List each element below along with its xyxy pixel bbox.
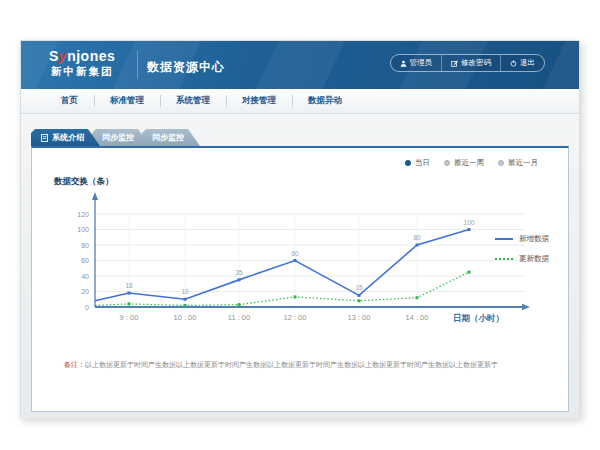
svg-text:11 : 00: 11 : 00 xyxy=(228,313,250,322)
edit-icon xyxy=(451,60,458,67)
tab-label: 系统介绍 xyxy=(52,132,84,143)
time-range-filter: 当日 最近一周 最近一月 xyxy=(405,158,538,168)
tab-sync-monitor-2[interactable]: 同步监控 xyxy=(142,129,200,146)
radio-unselected-icon xyxy=(498,160,504,166)
footnote-prefix: 备注： xyxy=(64,361,85,368)
legend-item-new-data: 新增数据 xyxy=(495,234,549,244)
svg-text:10 : 00: 10 : 00 xyxy=(174,313,197,322)
svg-text:100: 100 xyxy=(77,226,89,233)
brand-logo-wordmark: Synjones xyxy=(49,48,115,64)
nav-item-changes[interactable]: 数据异动 xyxy=(292,89,358,113)
filter-label: 最近一月 xyxy=(508,158,538,168)
svg-text:100: 100 xyxy=(464,219,475,226)
brand-divider xyxy=(137,51,138,79)
logout-button[interactable]: 退出 xyxy=(500,55,544,71)
svg-text:60: 60 xyxy=(291,250,299,257)
radio-selected-icon xyxy=(405,160,411,166)
footnote: 备注：以上数据更新于时间产生数据以上数据更新于时间产生数据以上数据更新于时间产生… xyxy=(64,360,538,370)
dotted-line-icon xyxy=(495,258,513,260)
nav-item-interface[interactable]: 对接管理 xyxy=(226,89,292,113)
filter-last-week[interactable]: 最近一周 xyxy=(444,158,484,168)
line-chart: 0204060801001209 : 0010 : 0011 : 0012 : … xyxy=(52,170,572,328)
logout-label: 退出 xyxy=(520,58,535,68)
svg-text:35: 35 xyxy=(235,269,243,276)
tab-system-intro[interactable]: 系统介绍 xyxy=(31,129,100,146)
filter-label: 当日 xyxy=(415,158,430,168)
filter-last-month[interactable]: 最近一月 xyxy=(498,158,538,168)
svg-text:14 : 00: 14 : 00 xyxy=(406,313,429,322)
solid-line-icon xyxy=(495,238,513,240)
svg-text:10: 10 xyxy=(181,288,189,295)
tab-sync-monitor-1[interactable]: 同步监控 xyxy=(92,129,150,146)
brand-logo-chinese: 新中新集团 xyxy=(49,65,115,79)
legend-label: 新增数据 xyxy=(519,234,549,244)
user-icon xyxy=(400,60,407,67)
workspace: 系统介绍 同步监控 同步监控 当日 最近一周 xyxy=(21,114,579,419)
svg-text:12 : 00: 12 : 00 xyxy=(284,313,307,322)
svg-text:9 : 00: 9 : 00 xyxy=(120,313,139,322)
tab-label: 同步监控 xyxy=(102,132,134,143)
svg-text:日期（小时）: 日期（小时） xyxy=(453,313,504,323)
svg-text:80: 80 xyxy=(413,234,421,241)
svg-text:20: 20 xyxy=(81,288,89,295)
brand-logo: Synjones 新中新集团 xyxy=(49,48,115,79)
logo-text-s: S xyxy=(49,48,59,64)
page-title: 数据资源中心 xyxy=(147,59,225,76)
app-header: Synjones 新中新集团 数据资源中心 管理员 修改密码 xyxy=(21,41,579,89)
tab-label: 同步监控 xyxy=(152,132,184,143)
change-password-label: 修改密码 xyxy=(461,58,491,68)
power-icon xyxy=(510,60,517,67)
admin-user-label: 管理员 xyxy=(410,58,433,68)
main-nav: 首页 标准管理 系统管理 对接管理 数据异动 xyxy=(21,89,579,114)
tab-strip: 系统介绍 同步监控 同步监控 xyxy=(31,129,579,146)
document-icon xyxy=(41,134,48,142)
nav-item-home[interactable]: 首页 xyxy=(45,89,94,113)
filter-today[interactable]: 当日 xyxy=(405,158,430,168)
svg-text:13 : 00: 13 : 00 xyxy=(348,313,371,322)
change-password-button[interactable]: 修改密码 xyxy=(441,55,500,71)
svg-text:120: 120 xyxy=(77,211,89,218)
svg-text:15: 15 xyxy=(355,284,363,291)
user-actions: 管理员 修改密码 退出 xyxy=(390,54,546,72)
nav-item-standards[interactable]: 标准管理 xyxy=(94,89,160,113)
chart-legend: 新增数据 更新数据 xyxy=(495,234,549,274)
svg-text:18: 18 xyxy=(125,282,133,289)
svg-text:60: 60 xyxy=(81,257,89,264)
svg-text:40: 40 xyxy=(81,273,89,280)
legend-label: 更新数据 xyxy=(519,254,549,264)
svg-text:0: 0 xyxy=(85,304,89,311)
logo-text-rest: njones xyxy=(67,48,115,64)
svg-text:80: 80 xyxy=(81,242,89,249)
app-window: Synjones 新中新集团 数据资源中心 管理员 修改密码 xyxy=(20,40,580,418)
admin-user-button[interactable]: 管理员 xyxy=(391,55,442,71)
logo-red-y: y xyxy=(59,48,67,64)
footnote-text: 以上数据更新于时间产生数据以上数据更新于时间产生数据以上数据更新于时间产生数据以… xyxy=(85,361,498,368)
legend-item-updated-data: 更新数据 xyxy=(495,254,549,264)
svg-text:数据交换（条）: 数据交换（条） xyxy=(53,176,114,186)
nav-item-system[interactable]: 系统管理 xyxy=(160,89,226,113)
radio-unselected-icon xyxy=(444,160,450,166)
filter-label: 最近一周 xyxy=(454,158,484,168)
content-panel: 当日 最近一周 最近一月 0204060801001209 : 0010 : 0… xyxy=(31,146,569,412)
